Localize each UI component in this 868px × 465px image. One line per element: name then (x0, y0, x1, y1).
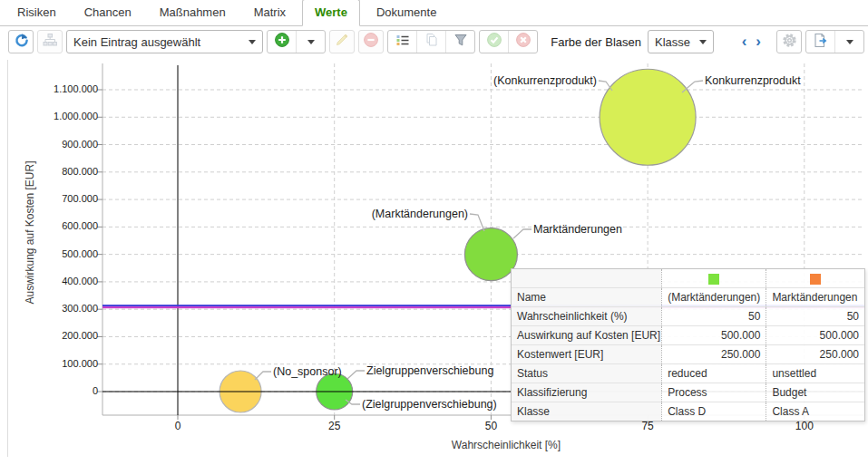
tooltip-series-cell (662, 269, 766, 288)
y-tick-label: 900.000 (25, 139, 98, 150)
tooltip-row-label: Name (512, 288, 662, 307)
tooltip-row-value: Process (662, 383, 766, 402)
y-tick-label: 600.000 (25, 220, 98, 231)
bubble-label: (Marktänderungen) (372, 208, 468, 220)
series-swatch-icon (810, 274, 821, 285)
tooltip-row-value: Class A (766, 402, 864, 421)
tooltip-row-value: Budget (766, 383, 864, 402)
bubble-label: (Konkurrenzprodukt) (493, 74, 597, 87)
tooltip-row: Wahrscheinlichkeit (%)5050 (512, 307, 864, 326)
tooltip-row-label: Wahrscheinlichkeit (%) (512, 307, 662, 326)
tooltip-row: Statusreducedunsettled (512, 364, 864, 383)
tooltip-row-value: 500.000 (766, 326, 864, 345)
tooltip-row-value: 50 (766, 307, 864, 326)
bubble-label: (No_sponsor) (273, 365, 342, 378)
tooltip-row-value: 500.000 (662, 326, 766, 345)
x-tick-label: 50 (463, 420, 518, 432)
tooltip-row: KlasseClass DClass A (512, 402, 864, 421)
tooltip-row-value: reduced (662, 364, 766, 383)
tooltip-series-cell (766, 269, 864, 288)
y-tick-label: 400.000 (25, 276, 98, 286)
y-tick-label: 1.000.000 (25, 111, 98, 121)
x-tick-label: 100 (777, 420, 832, 432)
tooltip-row: KlassifizierungProcessBudget (512, 383, 864, 402)
tooltip-row-value: 50 (662, 307, 766, 326)
tooltip-row-value: unsettled (766, 364, 864, 383)
tooltip-table: Name(Marktänderungen)MarktänderungenWahr… (512, 269, 864, 421)
tooltip-row-label: Kostenwert [EUR] (512, 345, 662, 364)
tooltip-row: Kostenwert [EUR]250.000250.000 (512, 345, 864, 364)
tooltip-row: Name(Marktänderungen)Marktänderungen (512, 288, 864, 307)
bubble-label: Konkurrenzprodukt (705, 74, 801, 87)
y-tick-label: 1.100.000 (25, 83, 98, 94)
y-tick-label: 0 (25, 385, 98, 396)
tooltip-row: Auswirkung auf Kosten [EUR]500.000500.00… (512, 326, 864, 345)
bubble-chart: (Konkurrenzprodukt)Konkurrenzprodukt(Mar… (0, 0, 868, 465)
tooltip-row-value: (Marktänderungen) (662, 288, 766, 307)
x-tick-label: 0 (151, 420, 205, 432)
y-tick-label: 700.000 (25, 193, 98, 204)
bubble-konkurrenzprodukt[interactable] (600, 69, 696, 165)
y-tick-label: 500.000 (25, 248, 98, 259)
tooltip-header-row (512, 269, 864, 288)
series-swatch-icon (708, 274, 719, 285)
x-tick-label: 75 (620, 420, 675, 432)
chart-tooltip: Name(Marktänderungen)MarktänderungenWahr… (511, 268, 865, 421)
label-connector (470, 214, 484, 231)
bubble-label: Marktänderungen (533, 223, 622, 236)
tooltip-row-value: Class D (662, 402, 766, 421)
tooltip-row-value: Marktänderungen (766, 288, 864, 307)
label-connector (513, 229, 532, 238)
tooltip-row-value: 250.000 (662, 345, 766, 364)
bubble-label: (Zielgruppenverschiebung) (362, 398, 497, 411)
risk-management-app: RisikenChancenMaßnahmenMatrixWerteDokume… (0, 0, 868, 465)
y-tick-label: 300.000 (25, 303, 98, 314)
tooltip-row-label: Auswirkung auf Kosten [EUR] (512, 326, 662, 345)
y-tick-label: 200.000 (25, 330, 98, 341)
tooltip-row-label: Klasse (512, 402, 662, 421)
bubble-marktänderungen[interactable] (464, 228, 517, 281)
tooltip-header-empty (512, 269, 662, 288)
x-tick-label: 25 (307, 420, 362, 432)
tooltip-row-label: Klassifizierung (512, 383, 662, 402)
bubble-label: Zielgruppenverschiebung (366, 364, 493, 377)
x-axis-title: Wahrscheinlichkeit [%] (102, 439, 868, 451)
tooltip-row-label: Status (512, 364, 662, 383)
y-tick-label: 800.000 (25, 166, 98, 177)
label-connector (347, 371, 365, 379)
tooltip-row-value: 250.000 (766, 345, 864, 364)
y-tick-label: 100.000 (25, 358, 98, 369)
